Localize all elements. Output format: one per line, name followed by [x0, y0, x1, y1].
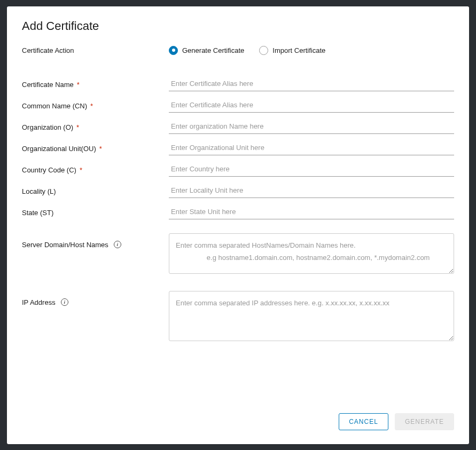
country-code-row: Country Code (C) *: [22, 162, 462, 177]
cancel-button[interactable]: CANCEL: [339, 413, 388, 430]
import-certificate-radio[interactable]: Import Certificate: [259, 46, 325, 55]
common-name-row: Common Name (CN) *: [22, 98, 462, 113]
locality-row: Locality (L): [22, 183, 462, 198]
required-indicator: *: [80, 166, 82, 174]
organization-row: Organization (O) *: [22, 119, 462, 134]
generate-certificate-label: Generate Certificate: [182, 46, 244, 54]
modal-title: Add Certificate: [7, 6, 469, 37]
import-certificate-label: Import Certificate: [272, 46, 325, 54]
required-indicator: *: [99, 145, 102, 153]
modal-footer: CANCEL GENERATE: [7, 404, 469, 444]
organization-input[interactable]: [169, 119, 454, 134]
modal-body: Certificate Action Generate Certificate …: [7, 37, 467, 404]
required-indicator: *: [77, 81, 80, 89]
generate-button[interactable]: GENERATE: [395, 413, 454, 430]
certificate-name-label: Certificate Name: [22, 81, 74, 89]
locality-input[interactable]: [169, 183, 454, 198]
host-names-textarea[interactable]: [169, 233, 454, 274]
certificate-name-row: Certificate Name *: [22, 76, 462, 91]
certificate-action-row: Certificate Action Generate Certificate …: [22, 46, 462, 55]
generate-certificate-radio[interactable]: Generate Certificate: [169, 46, 244, 55]
host-names-label: Server Domain/Host Names: [22, 241, 108, 249]
organizational-unit-label: Organizational Unit(OU): [22, 145, 96, 153]
ip-address-textarea[interactable]: [169, 291, 454, 341]
required-indicator: *: [76, 123, 79, 131]
locality-label: Locality (L): [22, 187, 56, 195]
country-code-input[interactable]: [169, 162, 454, 177]
organizational-unit-row: Organizational Unit(OU) *: [22, 140, 462, 155]
add-certificate-modal: Add Certificate Certificate Action Gener…: [7, 6, 469, 444]
ip-address-row: IP Address i: [22, 291, 462, 343]
organizational-unit-input[interactable]: [169, 140, 454, 155]
info-icon[interactable]: i: [61, 298, 68, 306]
country-code-label: Country Code (C): [22, 166, 76, 174]
common-name-label: Common Name (CN): [22, 102, 87, 110]
state-row: State (ST): [22, 204, 462, 219]
organization-label: Organization (O): [22, 123, 73, 131]
certificate-name-input[interactable]: [169, 76, 454, 91]
required-indicator: *: [90, 102, 93, 110]
radio-selected-icon: [169, 46, 178, 55]
host-names-row: Server Domain/Host Names i: [22, 233, 462, 276]
common-name-input[interactable]: [169, 98, 454, 113]
radio-unselected-icon: [259, 46, 268, 55]
state-input[interactable]: [169, 204, 454, 219]
ip-address-label: IP Address: [22, 298, 56, 306]
certificate-action-radio-group: Generate Certificate Import Certificate: [169, 46, 454, 55]
state-label: State (ST): [22, 209, 53, 217]
certificate-action-label: Certificate Action: [22, 46, 169, 54]
info-icon[interactable]: i: [114, 241, 121, 248]
